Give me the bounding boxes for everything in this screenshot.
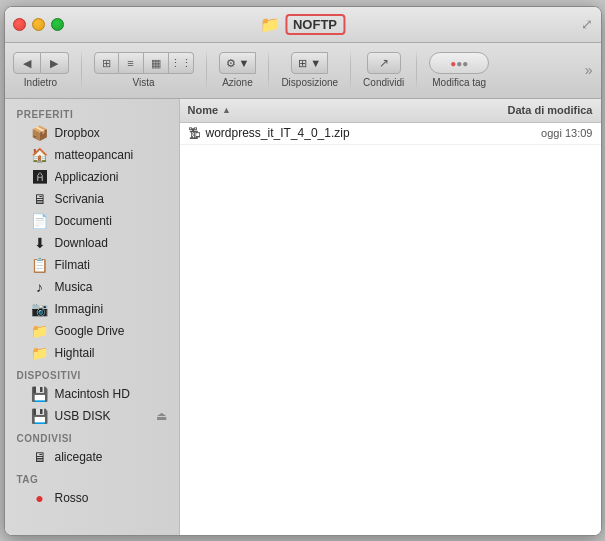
action-button[interactable]: ⚙ ▼ [219, 52, 257, 74]
disposition-group: ⊞ ▼ Disposizione [281, 52, 338, 88]
titlebar: 📁 NOFTP ⤢ [5, 7, 601, 43]
col-name-label: Nome [188, 104, 219, 116]
share-group: ↗ Condividi [363, 52, 404, 88]
titlebar-center: 📁 NOFTP [260, 14, 345, 35]
action-btn-group: ⚙ ▼ [219, 52, 257, 74]
sidebar-item-dropbox[interactable]: 📦 Dropbox [9, 122, 175, 144]
sidebar-section-dispositivi: DISPOSITIVI [5, 364, 179, 383]
view-group: ⊞ ≡ ▦ ⋮⋮ Vista [94, 52, 194, 88]
dropbox-icon: 📦 [31, 125, 49, 141]
toolbar-separator-1 [81, 50, 82, 90]
nav-label: Indietro [24, 77, 57, 88]
sidebar-item-label: Download [55, 236, 167, 250]
back-button[interactable]: ◀ [13, 52, 41, 74]
documenti-icon: 📄 [31, 213, 49, 229]
sidebar-item-download[interactable]: ⬇ Download [9, 232, 175, 254]
sidebar-item-applicazioni[interactable]: 🅰 Applicazioni [9, 166, 175, 188]
action-group: ⚙ ▼ Azione [219, 52, 257, 88]
maximize-button[interactable] [51, 18, 64, 31]
view-icon-btn[interactable]: ⊞ [94, 52, 119, 74]
sidebar-item-label: alicegate [55, 450, 167, 464]
sidebar-item-label: Macintosh HD [55, 387, 167, 401]
resize-icon[interactable]: ⤢ [581, 16, 593, 32]
sidebar-item-immagini[interactable]: 📷 Immagini [9, 298, 175, 320]
titlebar-right: ⤢ [581, 16, 593, 32]
minimize-button[interactable] [32, 18, 45, 31]
finder-window: 📁 NOFTP ⤢ ◀ ▶ Indietro ⊞ ≡ ▦ ⋮⋮ Vista [4, 6, 602, 536]
sidebar-item-label: Applicazioni [55, 170, 167, 184]
modifica-tag-label: Modifica tag [432, 77, 486, 88]
sidebar-item-label: Filmati [55, 258, 167, 272]
view-list-btn[interactable]: ≡ [119, 52, 144, 74]
view-buttons: ⊞ ≡ ▦ ⋮⋮ [94, 52, 194, 74]
sidebar-item-label: Immagini [55, 302, 167, 316]
sidebar-item-usb-disk[interactable]: 💾 USB DISK ⏏ [9, 405, 175, 427]
view-column-btn[interactable]: ▦ [144, 52, 169, 74]
disposition-label: Disposizione [281, 77, 338, 88]
share-icon: ↗ [379, 56, 389, 70]
toolbar: ◀ ▶ Indietro ⊞ ≡ ▦ ⋮⋮ Vista ⚙ ▼ [5, 43, 601, 99]
scrivania-icon: 🖥 [31, 191, 49, 207]
rosso-icon: ● [31, 490, 49, 506]
close-button[interactable] [13, 18, 26, 31]
file-date: oggi 13:09 [483, 127, 593, 139]
sidebar-item-documenti[interactable]: 📄 Documenti [9, 210, 175, 232]
applicazioni-icon: 🅰 [31, 169, 49, 185]
disposition-button[interactable]: ⊞ ▼ [291, 52, 328, 74]
file-list-header: Nome ▲ Data di modifica [180, 99, 601, 123]
forward-button[interactable]: ▶ [41, 52, 69, 74]
tag-button[interactable]: ● ● ● [429, 52, 489, 74]
alicegate-icon: 🖥 [31, 449, 49, 465]
nav-group: ◀ ▶ Indietro [13, 52, 69, 88]
column-name-header[interactable]: Nome ▲ [188, 104, 483, 116]
file-list: Nome ▲ Data di modifica 🗜 wordpress_it_I… [180, 99, 601, 535]
toolbar-overflow-button[interactable]: » [585, 62, 593, 78]
sidebar-item-label: Musica [55, 280, 167, 294]
sidebar-item-label: matteopancani [55, 148, 167, 162]
sidebar-section-tag: TAG [5, 468, 179, 487]
immagini-icon: 📷 [31, 301, 49, 317]
toolbar-separator-3 [268, 50, 269, 90]
eject-icon[interactable]: ⏏ [156, 409, 167, 423]
traffic-lights [13, 18, 64, 31]
sidebar-item-label: Documenti [55, 214, 167, 228]
sidebar-item-musica[interactable]: ♪ Musica [9, 276, 175, 298]
sidebar-item-label: USB DISK [55, 409, 150, 423]
action-label: Azione [222, 77, 253, 88]
hightail-icon: 📁 [31, 345, 49, 361]
tag-dot-gray2: ● [462, 58, 468, 69]
share-button[interactable]: ↗ [367, 52, 401, 74]
sort-arrow-icon: ▲ [222, 105, 231, 115]
sidebar-item-scrivania[interactable]: 🖥 Scrivania [9, 188, 175, 210]
musica-icon: ♪ [31, 279, 49, 295]
disposition-btn-group: ⊞ ▼ [291, 52, 328, 74]
gear-icon: ⚙ [226, 57, 236, 70]
home-icon: 🏠 [31, 147, 49, 163]
sidebar-item-home[interactable]: 🏠 matteopancani [9, 144, 175, 166]
usb-icon: 💾 [31, 408, 49, 424]
hd-icon: 💾 [31, 386, 49, 402]
disposition-arrow: ▼ [310, 57, 321, 69]
table-row[interactable]: 🗜 wordpress_it_IT_4_0_1.zip oggi 13:09 [180, 123, 601, 145]
tag-group: ● ● ● Modifica tag [429, 52, 489, 88]
main-content: PREFERITI 📦 Dropbox 🏠 matteopancani 🅰 Ap… [5, 99, 601, 535]
sidebar: PREFERITI 📦 Dropbox 🏠 matteopancani 🅰 Ap… [5, 99, 180, 535]
nav-buttons: ◀ ▶ [13, 52, 69, 74]
sidebar-item-alicegate[interactable]: 🖥 alicegate [9, 446, 175, 468]
view-coverflow-btn[interactable]: ⋮⋮ [169, 52, 194, 74]
sidebar-item-filmati[interactable]: 📋 Filmati [9, 254, 175, 276]
sidebar-item-macintosh-hd[interactable]: 💾 Macintosh HD [9, 383, 175, 405]
sidebar-item-google-drive[interactable]: 📁 Google Drive [9, 320, 175, 342]
sidebar-section-preferiti: PREFERITI [5, 103, 179, 122]
sidebar-item-hightail[interactable]: 📁 Hightail [9, 342, 175, 364]
sidebar-item-label: Rosso [55, 491, 167, 505]
window-title: NOFTP [285, 14, 345, 35]
file-name: wordpress_it_IT_4_0_1.zip [206, 126, 483, 140]
toolbar-separator-5 [416, 50, 417, 90]
condividi-label: Condividi [363, 77, 404, 88]
sidebar-item-label: Scrivania [55, 192, 167, 206]
toolbar-separator-2 [206, 50, 207, 90]
download-icon: ⬇ [31, 235, 49, 251]
column-date-header[interactable]: Data di modifica [483, 104, 593, 116]
sidebar-item-rosso[interactable]: ● Rosso [9, 487, 175, 509]
